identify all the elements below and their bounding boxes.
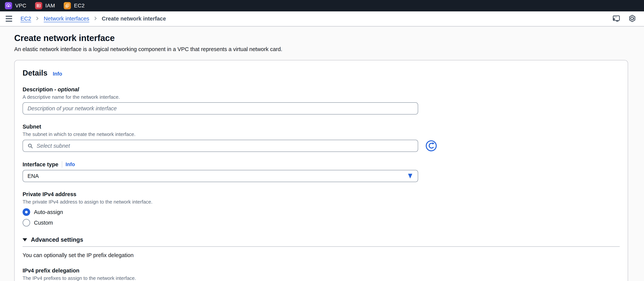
description-label: Description - optional: [22, 86, 79, 93]
details-info-link[interactable]: Info: [53, 71, 62, 77]
radio-option-custom[interactable]: Custom: [22, 219, 620, 226]
ipv4-prefix-help: The IPv4 prefixes to assign to the netwo…: [22, 275, 620, 281]
optional-suffix: - optional: [54, 86, 79, 93]
radio-icon: [22, 219, 30, 226]
label-divider: [62, 161, 62, 168]
refresh-icon: [425, 140, 438, 152]
details-card: Details Info Description - optional A de…: [14, 60, 628, 281]
breadcrumb-link-network-interfaces[interactable]: Network interfaces: [44, 16, 89, 22]
search-icon: [27, 143, 34, 149]
subnet-field: Subnet The subnet in which to create the…: [22, 124, 620, 152]
chevron-right-icon: [94, 16, 98, 22]
main-content: Create network interface An elastic netw…: [0, 33, 644, 281]
page-title: Create network interface: [14, 33, 630, 43]
description-help: A descriptive name for the network inter…: [22, 94, 620, 100]
shortcut-iam-label: IAM: [45, 3, 55, 9]
shortcut-iam[interactable]: IAM: [35, 2, 55, 9]
interface-type-info-link[interactable]: Info: [66, 162, 75, 167]
hamburger-menu-icon[interactable]: [6, 16, 12, 22]
shortcut-vpc[interactable]: VPC: [5, 2, 26, 9]
ipv4-prefix-label: IPv4 prefix delegation: [22, 267, 80, 274]
chevron-right-icon: [35, 16, 40, 22]
advanced-settings-toggle[interactable]: Advanced settings: [22, 236, 620, 243]
top-service-bar: VPC IAM EC2: [0, 0, 644, 12]
private-ipv4-label: Private IPv4 address: [22, 191, 76, 197]
breadcrumb-bar: EC2 Network interfaces Create network in…: [0, 12, 644, 27]
refresh-subnets-button[interactable]: [425, 140, 438, 152]
interface-type-label: Interface type: [22, 161, 58, 168]
subnet-label: Subnet: [22, 124, 41, 130]
ec2-icon: [64, 2, 71, 9]
advanced-settings-note: You can optionally set the IP prefix del…: [22, 252, 620, 258]
details-heading: Details: [22, 69, 48, 77]
interface-type-value: ENA: [28, 173, 39, 179]
private-ipv4-radio-group: Auto-assign Custom: [22, 208, 620, 226]
ipv4-prefix-field: IPv4 prefix delegation The IPv4 prefixes…: [22, 267, 620, 281]
subnet-help: The subnet in which to create the networ…: [22, 131, 620, 137]
description-input[interactable]: [22, 102, 418, 115]
private-ipv4-field: Private IPv4 address The private IPv4 ad…: [22, 191, 620, 226]
radio-option-auto-assign[interactable]: Auto-assign: [22, 208, 620, 216]
breadcrumb-current: Create network interface: [102, 16, 166, 22]
subnet-select-input[interactable]: [22, 140, 418, 152]
expand-triangle-icon: [22, 238, 27, 241]
interface-type-field: Interface type Info ENA: [22, 161, 620, 182]
vpc-icon: [5, 2, 12, 9]
breadcrumb-actions: [612, 14, 636, 23]
interface-type-select[interactable]: ENA: [22, 170, 418, 182]
private-ipv4-help: The private IPv4 address to assign to th…: [22, 199, 620, 205]
breadcrumb: EC2 Network interfaces Create network in…: [20, 16, 166, 22]
shortcut-ec2[interactable]: EC2: [64, 2, 84, 9]
settings-icon[interactable]: [628, 14, 636, 23]
shortcut-vpc-label: VPC: [15, 3, 26, 9]
breadcrumb-link-ec2[interactable]: EC2: [20, 16, 31, 22]
section-divider: [22, 246, 620, 247]
cloudshell-icon[interactable]: [612, 14, 620, 23]
shortcut-ec2-label: EC2: [74, 3, 84, 9]
advanced-settings-heading: Advanced settings: [31, 236, 83, 243]
page-subtitle: An elastic network interface is a logica…: [14, 46, 630, 52]
iam-icon: [35, 2, 42, 9]
radio-icon: [22, 208, 30, 216]
description-field: Description - optional A descriptive nam…: [22, 86, 620, 115]
chevron-down-icon: [408, 174, 412, 179]
